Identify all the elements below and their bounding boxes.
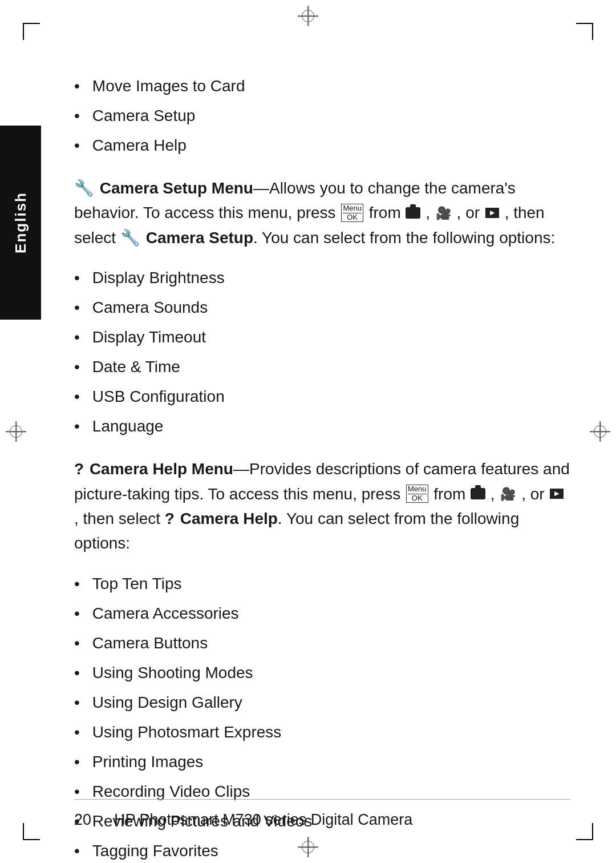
video-mode-icon: 🎥	[436, 204, 451, 223]
page-number: 20	[74, 811, 91, 829]
menu-ok-icon: MenuOK	[341, 204, 363, 222]
sidebar: English	[0, 126, 41, 320]
list-item: Using Design Gallery	[74, 691, 570, 715]
corner-mark-br	[570, 817, 593, 840]
first-bullet-list: Move Images to Card Camera Setup Camera …	[74, 74, 570, 158]
list-item: Display Brightness	[74, 266, 570, 290]
camera-icon	[406, 207, 420, 219]
setup-bullet-list: Display Brightness Camera Sounds Display…	[74, 266, 570, 438]
wrench-icon: 🔧	[74, 176, 94, 200]
corner-mark-tl	[23, 23, 46, 46]
menu-ok-icon-2: MenuOK	[406, 485, 428, 503]
camera-setup-para: 🔧 Camera Setup Menu—Allows you to change…	[74, 176, 570, 250]
main-content: Move Images to Card Camera Setup Camera …	[74, 74, 570, 795]
list-item: Camera Setup	[74, 104, 570, 128]
list-item: Using Photosmart Express	[74, 720, 570, 744]
camera-setup-label: Camera Setup Menu	[100, 179, 253, 197]
list-item: Date & Time	[74, 355, 570, 379]
footer: 20 HP Photosmart M730 series Digital Cam…	[74, 799, 570, 829]
question-mark-icon-2: ?	[165, 506, 175, 531]
list-item: Tagging Favorites	[74, 839, 570, 863]
footer-title: HP Photosmart M730 series Digital Camera	[114, 811, 412, 829]
list-item: Using Shooting Modes	[74, 661, 570, 685]
list-item: Language	[74, 414, 570, 438]
list-item: USB Configuration	[74, 385, 570, 409]
corner-mark-bl	[23, 817, 46, 840]
play-icon-2	[550, 489, 564, 499]
crosshair-top	[298, 6, 318, 26]
video-mode-icon-2: 🎥	[500, 485, 516, 504]
corner-mark-tr	[570, 23, 593, 46]
wrench-icon-2: 🔧	[120, 225, 140, 250]
crosshair-right	[590, 421, 610, 442]
camera-help-label: Camera Help Menu	[90, 460, 233, 478]
list-item: Printing Images	[74, 750, 570, 774]
camera-icon-2	[471, 488, 485, 499]
list-item: Move Images to Card	[74, 74, 570, 98]
list-item: Camera Sounds	[74, 296, 570, 320]
camera-help-para: ? Camera Help Menu—Provides descriptions…	[74, 457, 570, 556]
list-item: Top Ten Tips	[74, 572, 570, 596]
question-mark-icon: ?	[74, 457, 84, 481]
list-item: Camera Buttons	[74, 631, 570, 655]
list-item: Camera Accessories	[74, 602, 570, 626]
list-item: Camera Help	[74, 134, 570, 158]
play-icon	[485, 208, 499, 218]
crosshair-left	[6, 421, 26, 442]
sidebar-label: English	[12, 192, 30, 253]
list-item: Display Timeout	[74, 325, 570, 349]
